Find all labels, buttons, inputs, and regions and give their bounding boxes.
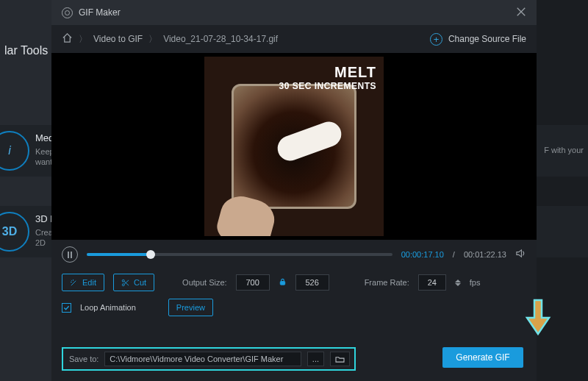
svg-point-1 [122,279,124,282]
seek-slider[interactable] [87,253,392,256]
wand-icon [70,279,78,287]
breadcrumb-current: Video_21-07-28_10-34-17.gif [163,34,278,44]
chevron-up-icon[interactable] [455,279,461,282]
plus-circle-icon: + [430,33,442,46]
sidebar-header-partial: lar Tools [4,44,48,57]
edit-label: Edit [82,278,96,287]
output-height-input[interactable] [295,274,329,291]
preview-label: Preview [176,303,205,312]
save-to-label: Save to: [69,355,98,363]
tile-right-text: F with your [544,146,584,154]
cut-button[interactable]: Cut [113,274,154,291]
tile-sub: Crea [35,228,53,237]
tile-sub2: 2D [35,238,46,247]
loop-animation-label: Loop Animation [80,303,136,312]
generate-gif-button[interactable]: Generate GIF [442,347,523,368]
output-width-input[interactable] [236,274,270,291]
pause-icon [68,252,72,258]
frame-rate-stepper[interactable] [455,279,461,286]
save-to-row: Save to: ... [62,347,356,371]
chevron-right-icon: 〉 [148,33,157,46]
breadcrumb-root[interactable]: Video to GIF [93,34,143,44]
svg-point-0 [122,283,124,285]
window-title: GIF Maker [79,7,121,18]
change-source-label: Change Source File [448,34,526,44]
app-logo-icon [62,7,73,18]
time-duration: 00:01:22.13 [464,250,506,259]
frame-rate-input[interactable] [418,274,446,291]
breadcrumb: 〉 Video to GIF 〉 Video_21-07-28_10-34-17… [51,25,537,53]
video-overlay-text: 30 SEC INCREMENTS [279,81,376,91]
edit-button[interactable]: Edit [62,274,104,291]
check-icon [63,305,70,311]
cut-label: Cut [134,278,146,287]
open-folder-button[interactable] [330,352,350,366]
play-pause-button[interactable] [62,246,78,263]
annotation-arrow-icon [525,299,551,340]
frame-rate-label: Frame Rate: [365,278,409,287]
video-stage: MELT 30 SEC INCREMENTS [51,53,537,240]
preview-button[interactable]: Preview [168,299,213,316]
seek-knob[interactable] [146,250,155,259]
3d-icon: 3D [0,212,29,252]
info-icon: i [0,131,29,171]
timeline: 00:00:17.10/00:01:22.13 [51,240,537,269]
chevron-right-icon: 〉 [79,33,87,46]
home-icon[interactable] [62,32,73,46]
fps-label: fps [470,278,481,287]
titlebar: GIF Maker [51,0,537,25]
close-button[interactable] [516,7,526,19]
tile-sub2: want [35,157,52,166]
lock-aspect-toggle[interactable] [279,276,287,289]
svg-rect-2 [280,282,284,285]
time-sep: / [453,250,455,259]
volume-button[interactable] [515,248,526,262]
time-current: 00:00:17.10 [401,250,444,259]
loop-animation-checkbox[interactable] [62,303,71,313]
video-overlay-text: MELT [279,64,376,81]
video-preview[interactable]: MELT 30 SEC INCREMENTS [204,57,384,236]
browse-more-button[interactable]: ... [307,352,324,366]
scissors-icon [121,279,129,287]
change-source-button[interactable]: + Change Source File [430,33,526,46]
folder-icon [335,355,345,363]
gif-maker-modal: GIF Maker 〉 Video to GIF 〉 Video_21-07-2… [51,0,537,381]
chevron-down-icon[interactable] [455,283,461,286]
output-size-label: Output Size: [182,278,227,287]
save-path-input[interactable] [104,352,301,366]
